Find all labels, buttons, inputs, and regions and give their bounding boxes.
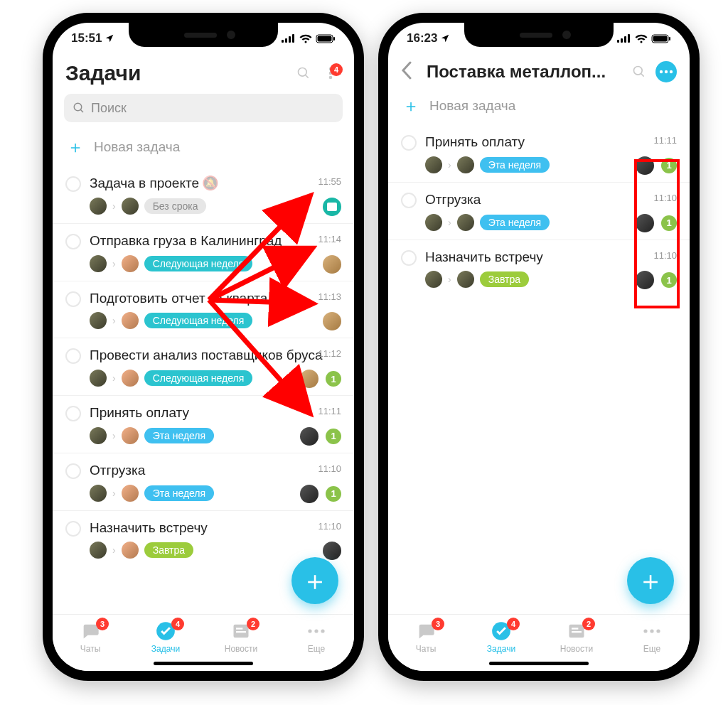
- tab-more[interactable]: Еще: [623, 620, 680, 654]
- chevron-right-icon: ›: [112, 430, 116, 441]
- svg-point-19: [314, 629, 318, 633]
- notifications-badge: 4: [330, 63, 343, 76]
- assignee-avatar: [122, 542, 139, 559]
- assignee-avatar: [122, 370, 139, 387]
- task-row[interactable]: Задача в проекте🔕 › Без срока 11:55: [53, 166, 354, 223]
- complete-checkbox[interactable]: [65, 406, 81, 421]
- svg-rect-2: [289, 36, 291, 43]
- complete-checkbox[interactable]: [65, 176, 81, 192]
- task-row[interactable]: Подготовить отчет за квартал › Следующая…: [53, 281, 354, 338]
- tab-tasks[interactable]: 4 Задачи: [137, 620, 194, 654]
- task-title: Отправка груза в Калининград: [90, 232, 341, 249]
- author-avatar: [90, 427, 107, 444]
- project-avatar: [323, 542, 341, 560]
- tab-news[interactable]: 2 Новости: [548, 620, 605, 654]
- author-avatar: [90, 312, 107, 329]
- author-avatar: [90, 255, 107, 272]
- tab-news[interactable]: 2 Новости: [213, 620, 269, 654]
- svg-line-13: [80, 109, 83, 112]
- complete-checkbox[interactable]: [401, 135, 417, 151]
- author-avatar: [90, 542, 107, 559]
- svg-line-8: [306, 75, 309, 78]
- chevron-right-icon: ›: [112, 372, 116, 384]
- search-icon[interactable]: [628, 61, 650, 82]
- svg-point-7: [299, 68, 307, 77]
- assignee-avatar: [122, 198, 139, 215]
- complete-checkbox[interactable]: [65, 348, 81, 364]
- status-time: 15:51: [71, 31, 102, 45]
- svg-point-41: [643, 629, 647, 633]
- task-time: 11:12: [318, 348, 341, 359]
- project-avatar: [300, 427, 318, 446]
- svg-point-18: [308, 629, 311, 633]
- tab-label: Новости: [560, 644, 593, 654]
- svg-rect-6: [333, 37, 335, 41]
- complete-checkbox[interactable]: [401, 250, 417, 266]
- svg-rect-31: [669, 37, 670, 41]
- tab-tasks-badge: 4: [507, 618, 520, 630]
- task-row[interactable]: Принять оплату › Эта неделя 11:11 1: [388, 125, 690, 182]
- location-icon: [105, 33, 114, 43]
- complete-checkbox[interactable]: [65, 291, 81, 307]
- wifi-icon: [635, 34, 648, 43]
- new-task-label: Новая задача: [94, 139, 180, 155]
- more-button[interactable]: [655, 61, 677, 82]
- task-time: 11:10: [653, 250, 677, 261]
- tab-tasks[interactable]: 4 Задачи: [473, 620, 530, 654]
- count-badge: 1: [326, 486, 341, 502]
- chevron-right-icon: ›: [448, 274, 451, 285]
- fab-add-button[interactable]: ＋: [291, 557, 338, 604]
- svg-rect-3: [292, 34, 294, 43]
- task-time: 11:14: [318, 234, 341, 244]
- task-row[interactable]: Назначить встречу › Завтра 11:10 1: [388, 240, 690, 297]
- task-row[interactable]: Отгрузка › Эта неделя 11:10 1: [53, 453, 354, 510]
- assignee-avatar: [122, 485, 139, 502]
- battery-icon: [651, 34, 671, 43]
- task-row[interactable]: Принять оплату › Эта неделя 11:11 1: [53, 395, 354, 453]
- chevron-right-icon: ›: [112, 258, 116, 269]
- tab-label: Еще: [308, 644, 325, 654]
- complete-checkbox[interactable]: [65, 234, 81, 249]
- svg-point-11: [329, 76, 333, 80]
- complete-checkbox[interactable]: [65, 463, 81, 479]
- tab-more[interactable]: Еще: [288, 620, 345, 654]
- task-row[interactable]: Отгрузка › Эта неделя 11:10 1: [388, 182, 690, 240]
- fab-add-button[interactable]: ＋: [627, 557, 674, 604]
- more-icon: [306, 620, 327, 642]
- svg-rect-1: [285, 38, 287, 43]
- task-time: 11:10: [653, 193, 677, 203]
- notifications-button[interactable]: 4: [320, 66, 341, 80]
- due-chip: Эта неделя: [480, 215, 550, 230]
- project-avatar: [636, 156, 654, 175]
- task-row[interactable]: Провести анализ поставщиков бруса › След…: [53, 338, 354, 395]
- due-chip: Эта неделя: [144, 428, 214, 443]
- svg-rect-17: [236, 631, 246, 633]
- tab-chats[interactable]: 3 Чаты: [62, 620, 119, 654]
- task-time: 11:10: [318, 521, 341, 532]
- task-title: Провести анализ поставщиков бруса: [90, 347, 341, 364]
- page-title: Поставка металлоп...: [427, 62, 623, 82]
- task-row[interactable]: Отправка груза в Калининград › Следующая…: [53, 223, 354, 281]
- back-button[interactable]: [401, 61, 421, 82]
- count-badge: 1: [661, 158, 677, 173]
- svg-point-12: [74, 103, 82, 111]
- task-title: Назначить встречу: [90, 520, 341, 537]
- new-task-row[interactable]: ＋ Новая задача: [388, 87, 690, 125]
- due-chip: Без срока: [144, 198, 207, 214]
- search-icon[interactable]: [293, 63, 314, 84]
- new-task-row[interactable]: ＋ Новая задача: [53, 128, 354, 166]
- tab-chats[interactable]: 3 Чаты: [397, 620, 454, 654]
- assignee-avatar: [457, 214, 474, 231]
- task-time: 11:55: [318, 176, 341, 187]
- complete-checkbox[interactable]: [65, 521, 81, 537]
- tab-news-badge: 2: [582, 618, 595, 630]
- svg-rect-5: [318, 36, 332, 41]
- tab-label: Чаты: [80, 644, 101, 654]
- tab-label: Задачи: [151, 644, 180, 654]
- due-chip: Следующая неделя: [144, 370, 253, 386]
- complete-checkbox[interactable]: [401, 193, 417, 208]
- assignee-avatar: [457, 271, 474, 288]
- search-input[interactable]: Поиск: [64, 94, 343, 122]
- tab-label: Новости: [225, 644, 257, 654]
- svg-point-35: [665, 70, 668, 73]
